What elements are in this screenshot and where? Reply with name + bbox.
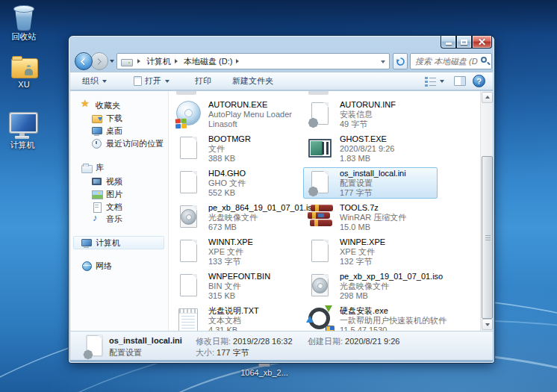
blank-file-icon: [175, 237, 203, 267]
breadcrumb-arrow-icon[interactable]: [236, 59, 241, 63]
desktop-icon-xu-folder[interactable]: XU: [3, 54, 45, 89]
vertical-scrollbar[interactable]: [480, 91, 493, 331]
sidebar-label: 网络: [96, 261, 112, 272]
clock-icon: [91, 138, 102, 149]
help-button[interactable]: ?: [473, 75, 485, 87]
forward-arrow-icon: [95, 58, 102, 66]
maximize-button[interactable]: [456, 36, 472, 49]
explorer-window: 计算机 本地磁盘 (D:) 组织 打开: [69, 36, 494, 363]
address-dropdown-icon[interactable]: [381, 60, 385, 66]
details-file-name: os_install_local.ini: [109, 336, 182, 345]
sidebar-item-recent-places[interactable]: 最近访问的位置: [91, 137, 164, 149]
preview-pane-button[interactable]: [454, 76, 466, 86]
breadcrumb-arrow-icon[interactable]: [175, 59, 180, 63]
file-tile[interactable]: pe_xb_864_19_01_07_01.iso光盘映像文件673 MB: [172, 202, 303, 233]
triangle-down-icon: [485, 323, 490, 329]
back-arrow-icon: [81, 58, 88, 66]
details-size: 大小:177 字节: [196, 347, 249, 358]
search-box: [410, 53, 492, 69]
file-tile[interactable]: pe_xb_xp_19_01_07_01.iso光盘映像文件298 MB: [303, 270, 438, 302]
file-tile[interactable]: WINNT.XPEXPE 文件133 字节: [172, 236, 303, 267]
breadcrumb-arrow-icon[interactable]: [137, 59, 143, 63]
cd-disc-icon: [175, 99, 203, 129]
scroll-down-button[interactable]: [482, 319, 493, 330]
triangle-up-icon: [485, 93, 490, 99]
print-button[interactable]: 打印: [192, 74, 214, 88]
file-tile[interactable]: AUTORUN.INF安装信息49 字节: [303, 99, 438, 130]
caption-buttons: [441, 36, 492, 49]
forward-button[interactable]: [90, 52, 108, 70]
desktop-icon-label: 1064_xb_2...: [236, 368, 293, 377]
desktop-icon-label: XU: [3, 80, 45, 89]
breadcrumb-computer[interactable]: 计算机: [146, 56, 171, 67]
open-label: 打开: [145, 75, 161, 87]
sidebar-label: 桌面: [106, 125, 122, 137]
navigation-pane: 收藏夹 下载 桌面 最近访问的位置 库 视频: [70, 91, 169, 331]
window-content: 收藏夹 下载 桌面 最近访问的位置 库 视频: [70, 91, 493, 331]
desktop-icon-hidden-file[interactable]: 1064_xb_2...: [236, 362, 293, 377]
search-icon[interactable]: [481, 57, 487, 63]
minimize-button[interactable]: [441, 36, 456, 49]
refresh-button[interactable]: [393, 53, 408, 69]
sidebar-item-libraries[interactable]: 库: [81, 161, 104, 173]
sidebar-item-computer[interactable]: 计算机: [73, 236, 164, 249]
sidebar-item-documents[interactable]: 文档: [91, 201, 122, 213]
file-tile[interactable]: HD4.GHOGHO 文件552 KB: [172, 167, 303, 199]
sidebar-item-network[interactable]: 网络: [81, 260, 112, 272]
file-tile-partial[interactable]: [308, 91, 329, 95]
search-input[interactable]: [411, 54, 491, 69]
blank-file-icon: [306, 237, 334, 267]
print-label: 打印: [195, 75, 211, 87]
video-icon: [91, 176, 102, 187]
sidebar-item-music[interactable]: 音乐: [91, 213, 122, 225]
file-tile-partial[interactable]: [176, 91, 196, 95]
star-icon: [81, 100, 92, 111]
iso-disc-icon: [175, 202, 203, 232]
uac-shield-icon: [326, 326, 334, 331]
file-grid: AUTORUN.EXEAutoPlay Menu LoaderLinasoft …: [172, 99, 438, 331]
desktop-icon-computer[interactable]: 计算机: [1, 112, 43, 149]
scrollbar-thumb[interactable]: [482, 156, 493, 319]
chevron-down-icon: [102, 80, 107, 85]
organize-button[interactable]: 组织: [79, 74, 110, 88]
file-tile[interactable]: BOOTMGR文件388 KB: [172, 133, 303, 164]
sidebar-item-desktop[interactable]: 桌面: [91, 125, 122, 137]
views-icon: [425, 76, 436, 86]
blank-file-icon: [175, 134, 203, 164]
desktop-icon-label: 回收站: [3, 32, 45, 41]
open-button[interactable]: 打开: [131, 74, 172, 88]
music-note-icon: [91, 214, 102, 224]
minimize-icon: [446, 43, 452, 45]
network-globe-icon: [81, 261, 92, 271]
history-dropdown-icon[interactable]: [110, 60, 114, 65]
organize-label: 组织: [82, 75, 99, 87]
computer-icon: [7, 112, 37, 139]
sidebar-item-pictures[interactable]: 图片: [91, 188, 122, 200]
file-tile[interactable]: WNPEFONT.BINBIN 文件315 KB: [172, 270, 303, 302]
breadcrumb-local-disk-d[interactable]: 本地磁盘 (D:): [184, 56, 232, 67]
file-tile-selected[interactable]: os_install_local.ini配置设置177 字节: [303, 167, 438, 199]
toolbar-right-group: ?: [422, 72, 485, 90]
back-button[interactable]: [75, 52, 93, 70]
file-tile[interactable]: AUTORUN.EXEAutoPlay Menu LoaderLinasoft: [172, 99, 303, 130]
file-tile[interactable]: 光盘说明.TXT文本文档4.31 KB: [172, 305, 303, 331]
scroll-up-button[interactable]: [482, 92, 493, 103]
address-bar[interactable]: 计算机 本地磁盘 (D:): [116, 53, 390, 69]
breadcrumb: 计算机 本地磁盘 (D:): [121, 56, 245, 67]
file-tile[interactable]: GHOST.EXE2020/8/21 9:261.83 MB: [303, 133, 438, 164]
sidebar-item-videos[interactable]: 视频: [91, 175, 122, 187]
sidebar-item-favorites[interactable]: 收藏夹: [81, 99, 120, 111]
details-created: 创建日期:2020/8/21 9:26: [308, 336, 399, 347]
close-button[interactable]: [472, 36, 492, 49]
refresh-icon: [396, 57, 405, 66]
file-tile[interactable]: WINPE.XPEXPE 文件132 字节: [303, 236, 438, 267]
change-view-button[interactable]: [422, 75, 447, 87]
sidebar-label: 音乐: [106, 214, 122, 225]
file-tile[interactable]: 硬盘安装.exe一款帮助用户快速装机的软件11.5.47.1530: [303, 305, 438, 331]
new-folder-button[interactable]: 新建文件夹: [229, 74, 276, 88]
sidebar-item-downloads[interactable]: 下载: [91, 112, 122, 124]
file-tile[interactable]: TOOLS.7zWinRAR 压缩文件15.0 MB: [303, 202, 438, 233]
desktop-icon-recycle-bin[interactable]: 回收站: [3, 4, 45, 41]
library-folder-icon: [81, 162, 92, 172]
text-document-icon: [175, 305, 203, 331]
